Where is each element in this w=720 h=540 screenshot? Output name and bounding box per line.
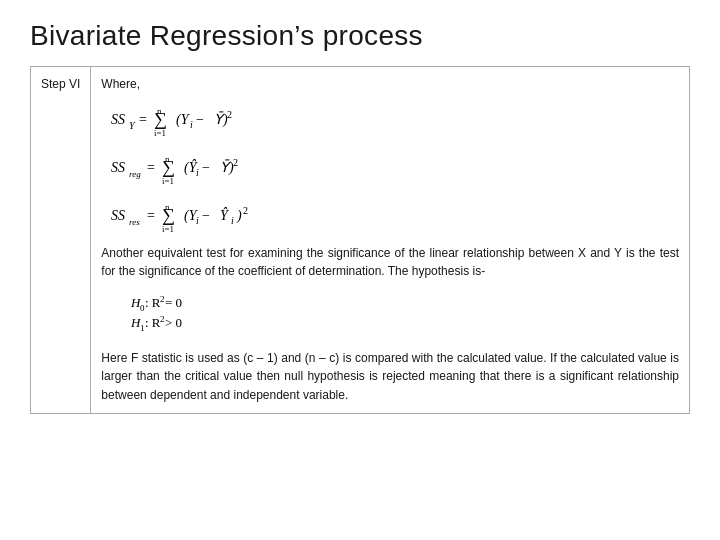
formula-ss-y: SS Y = n ∑ i=1 (Y i − Ȳ) 2 (111, 100, 679, 138)
svg-text:∑: ∑ (154, 109, 167, 129)
here-paragraph: Here F statistic is used as (c – 1) and … (101, 349, 679, 405)
svg-text:−: − (202, 160, 210, 175)
svg-text:1: 1 (140, 323, 145, 333)
svg-text:∑: ∑ (162, 157, 175, 177)
svg-text:> 0: > 0 (165, 315, 182, 330)
svg-text:2: 2 (227, 109, 232, 120)
formula-svg-ssy: SS Y = n ∑ i=1 (Y i − Ȳ) 2 (111, 100, 331, 138)
hypothesis-block: H 0 : R 2 = 0 H 1 : R 2 > 0 (131, 289, 679, 339)
svg-text:Y: Y (129, 120, 136, 131)
svg-text:2: 2 (160, 314, 165, 324)
svg-text:SS: SS (111, 208, 125, 223)
table-row: Step VI Where, SS Y = n (31, 67, 690, 414)
svg-text:reg: reg (129, 169, 141, 179)
svg-text:): ) (236, 208, 242, 224)
formula-svg-ssreg: SS reg = n ∑ i=1 (Ŷ i − Ȳ) 2 (111, 148, 351, 186)
svg-text:i=1: i=1 (154, 128, 166, 138)
content-table: Step VI Where, SS Y = n (30, 66, 690, 414)
svg-text:=: = (147, 160, 155, 175)
hypothesis-svg: H 0 : R 2 = 0 H 1 : R 2 > 0 (131, 289, 291, 339)
svg-text:−: − (196, 112, 204, 127)
svg-text:=: = (139, 112, 147, 127)
svg-text:i=1: i=1 (162, 224, 174, 234)
where-label: Where, (101, 75, 679, 94)
page: Bivariate Regression’s process Step VI W… (0, 0, 720, 540)
svg-text:SS: SS (111, 112, 125, 127)
svg-text:res: res (129, 217, 140, 227)
step-label: Step VI (41, 77, 80, 91)
svg-text:−: − (202, 208, 210, 223)
svg-text:∑: ∑ (162, 205, 175, 225)
formula-svg-ssres: SS res = n ∑ i=1 (Y i − Ŷ i ) (111, 196, 351, 234)
svg-text:: R: : R (145, 315, 161, 330)
svg-text:Ŷ: Ŷ (220, 207, 230, 223)
svg-text:=: = (147, 208, 155, 223)
equiv-paragraph: Another equivalent test for examining th… (101, 244, 679, 281)
svg-text:: R: : R (145, 295, 161, 310)
formula-ss-reg: SS reg = n ∑ i=1 (Ŷ i − Ȳ) 2 (111, 148, 679, 186)
svg-text:(Y: (Y (176, 112, 191, 128)
step-cell: Step VI (31, 67, 91, 414)
svg-text:Ȳ): Ȳ) (220, 159, 234, 176)
svg-text:Ȳ): Ȳ) (214, 111, 228, 128)
svg-text:2: 2 (243, 205, 248, 216)
svg-text:SS: SS (111, 160, 125, 175)
svg-text:i: i (190, 119, 193, 130)
content-cell: Where, SS Y = n ∑ i=1 (91, 67, 690, 414)
svg-text:2: 2 (160, 294, 165, 304)
page-title: Bivariate Regression’s process (30, 20, 690, 52)
svg-text:i=1: i=1 (162, 176, 174, 186)
formula-ss-res: SS res = n ∑ i=1 (Y i − Ŷ i ) (111, 196, 679, 234)
svg-text:i: i (231, 215, 234, 226)
svg-text:= 0: = 0 (165, 295, 182, 310)
svg-text:i: i (196, 215, 199, 226)
svg-text:i: i (196, 167, 199, 178)
formulas-block: SS Y = n ∑ i=1 (Y i − Ȳ) 2 (111, 100, 679, 234)
svg-text:2: 2 (233, 157, 238, 168)
